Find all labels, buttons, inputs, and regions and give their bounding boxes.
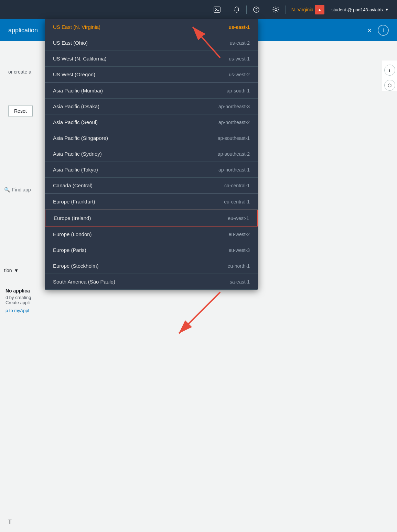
info-icon[interactable]: i (378, 25, 389, 36)
region-name-ca-central-1: Canada (Central) (53, 182, 93, 188)
region-code-ap-south-1: ap-south-1 (227, 88, 250, 93)
region-arrow-button[interactable]: ▲ (315, 5, 324, 14)
user-dropdown-icon: ▼ (385, 8, 389, 12)
region-code-eu-central-1: eu-central-1 (224, 199, 250, 204)
filter-dropdown[interactable]: tion ▼ (0, 265, 23, 276)
region-code-eu-north-1: eu-north-1 (227, 263, 250, 269)
region-name-eu-north-1: Europe (Stockholm) (53, 263, 99, 269)
region-name-ap-southeast-1: Asia Pacific (Singapore) (53, 135, 108, 141)
search-text: Find app (12, 187, 31, 192)
region-code-us-east-2: us-east-2 (230, 40, 250, 46)
region-dropdown: US East (N. Virginia)us-east-1US East (O… (45, 19, 258, 290)
region-name-sa-east-1: South America (São Paulo) (53, 279, 115, 285)
settings-icon[interactable] (269, 3, 283, 16)
region-code-ap-southeast-2: ap-southeast-2 (218, 151, 250, 157)
region-item-ap-northeast-1[interactable]: Asia Pacific (Tokyo)ap-northeast-1 (45, 162, 258, 178)
region-name-ap-northeast-3: Asia Pacific (Osaka) (53, 103, 99, 109)
region-item-eu-west-3[interactable]: Europe (Paris)eu-west-3 (45, 242, 258, 258)
region-name-ap-northeast-1: Asia Pacific (Tokyo) (53, 167, 98, 173)
region-code-eu-west-3: eu-west-3 (229, 247, 250, 253)
region-name-eu-west-2: Europe (London) (53, 231, 92, 237)
svg-text:?: ? (255, 7, 257, 12)
region-code-eu-west-1: eu-west-1 (228, 215, 249, 221)
region-code-ap-northeast-2: ap-northeast-2 (218, 120, 250, 125)
nav-divider-3 (266, 5, 266, 14)
user-menu[interactable]: student @ pod143-aviatrix ▼ (329, 6, 391, 14)
no-apps-subtext: d by creating (6, 295, 31, 300)
region-item-us-west-1[interactable]: US West (N. California)us-west-1 (45, 51, 258, 67)
region-code-us-east-1: us-east-1 (229, 24, 250, 30)
top-nav: ? N. Virginia ▲ student @ pod143-aviatri… (0, 0, 397, 19)
region-code-ap-southeast-1: ap-southeast-1 (218, 135, 250, 141)
region-code-us-west-1: us-west-1 (229, 56, 250, 62)
right-security-icon[interactable]: ⬡ (384, 80, 395, 91)
region-name-us-west-1: US West (N. California) (53, 56, 107, 62)
region-code-ap-northeast-1: ap-northeast-1 (218, 167, 250, 173)
region-arrow-icon: ▲ (318, 8, 322, 12)
region-name-ap-northeast-2: Asia Pacific (Seoul) (53, 119, 98, 125)
region-code-eu-west-2: eu-west-2 (229, 232, 250, 237)
region-item-ap-southeast-2[interactable]: Asia Pacific (Sydney)ap-southeast-2 (45, 146, 258, 162)
right-info-icon[interactable]: i (384, 65, 395, 76)
create-app-text: Create appli (6, 300, 31, 305)
right-panel-icons: i ⬡ (382, 60, 397, 91)
region-item-ap-southeast-1[interactable]: Asia Pacific (Singapore)ap-southeast-1 (45, 130, 258, 146)
region-item-eu-west-2[interactable]: Europe (London)eu-west-2 (45, 226, 258, 242)
region-item-us-west-2[interactable]: US West (Oregon)us-west-2 (45, 67, 258, 82)
region-item-us-east-1[interactable]: US East (N. Virginia)us-east-1 (45, 19, 258, 35)
bottom-text: T (8, 519, 12, 525)
region-item-sa-east-1[interactable]: South America (São Paulo)sa-east-1 (45, 274, 258, 290)
region-selector[interactable]: N. Virginia ▲ (289, 3, 327, 16)
region-code-sa-east-1: sa-east-1 (230, 279, 250, 285)
region-code-ca-central-1: ca-central-1 (224, 183, 250, 188)
region-name-eu-west-3: Europe (Paris) (53, 247, 86, 253)
reset-button[interactable]: Reset (8, 105, 33, 117)
filter-chevron-icon: ▼ (14, 268, 19, 273)
reset-button-area: Reset (8, 105, 33, 117)
user-label: student @ pod143-aviatrix (331, 7, 384, 12)
svg-point-4 (275, 9, 277, 11)
region-item-eu-west-1[interactable]: Europe (Ireland)eu-west-1 (45, 210, 258, 226)
nav-divider-4 (286, 5, 286, 14)
search-icon: 🔍 (4, 187, 10, 192)
no-apps-section: No applica d by creating Create appli p … (0, 284, 36, 317)
region-name-ap-south-1: Asia Pacific (Mumbai) (53, 88, 103, 93)
region-name-us-east-2: US East (Ohio) (53, 40, 88, 46)
region-item-eu-central-1[interactable]: Europe (Frankfurt)eu-central-1 (45, 194, 258, 210)
hint-text: or create a (8, 69, 31, 75)
myappl-link[interactable]: p to myAppl (6, 308, 31, 313)
bell-icon[interactable] (230, 3, 244, 16)
region-item-us-east-2[interactable]: US East (Ohio)us-east-2 (45, 35, 258, 51)
region-item-ap-northeast-2[interactable]: Asia Pacific (Seoul)ap-northeast-2 (45, 114, 258, 130)
svg-rect-0 (214, 7, 220, 12)
region-item-ca-central-1[interactable]: Canada (Central)ca-central-1 (45, 178, 258, 193)
banner-close-button[interactable]: × (364, 25, 375, 36)
region-name-eu-west-1: Europe (Ireland) (54, 215, 91, 221)
no-apps-heading: No applica (6, 288, 31, 293)
region-name-us-west-2: US West (Oregon) (53, 71, 95, 77)
nav-divider-2 (246, 5, 247, 14)
region-name-label: N. Virginia (291, 7, 313, 12)
nav-divider-1 (227, 5, 227, 14)
region-name-ap-southeast-2: Asia Pacific (Sydney) (53, 151, 102, 157)
region-item-ap-northeast-3[interactable]: Asia Pacific (Osaka)ap-northeast-3 (45, 99, 258, 114)
filter-label: tion (4, 268, 12, 273)
region-code-us-west-2: us-west-2 (229, 72, 250, 77)
region-name-us-east-1: US East (N. Virginia) (53, 24, 100, 30)
region-item-ap-south-1[interactable]: Asia Pacific (Mumbai)ap-south-1 (45, 83, 258, 99)
terminal-icon[interactable] (210, 3, 224, 16)
region-item-eu-north-1[interactable]: Europe (Stockholm)eu-north-1 (45, 258, 258, 274)
close-icon: × (367, 26, 372, 34)
region-code-ap-northeast-3: ap-northeast-3 (218, 104, 250, 109)
help-icon[interactable]: ? (249, 3, 263, 16)
region-name-eu-central-1: Europe (Frankfurt) (53, 199, 95, 204)
